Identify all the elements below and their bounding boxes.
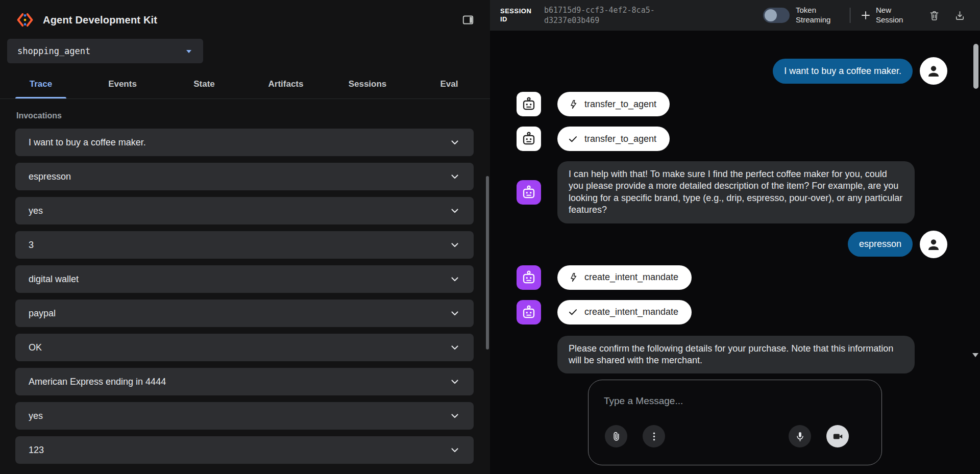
agent-selector-value: shopping_agent (17, 46, 183, 56)
bot-avatar (517, 180, 541, 205)
tab-events[interactable]: Events (82, 69, 163, 98)
agent-selector-dropdown[interactable]: shopping_agent (7, 39, 203, 63)
chevron-down-icon (449, 137, 460, 148)
chevron-down-icon (449, 376, 460, 387)
bot-message-bubble: I can help with that! To make sure I fin… (557, 161, 915, 223)
input-actions-right (789, 425, 849, 447)
person-icon (926, 237, 941, 252)
dock-right-icon (461, 13, 475, 27)
bot-avatar (517, 300, 541, 325)
check-icon (568, 134, 578, 144)
user-message-row: espresson (490, 231, 971, 258)
adk-web-app: Agent Development Kit shopping_agent Tra… (0, 0, 980, 474)
person-icon (926, 63, 941, 79)
invocation-row[interactable]: American Express ending in 4444 (15, 368, 474, 395)
bot-message-row: create_intent_mandate (490, 300, 971, 325)
invocation-label: American Express ending in 4444 (29, 377, 449, 387)
robot-icon (521, 96, 536, 112)
tab-artifacts[interactable]: Artifacts (245, 69, 327, 98)
robot-icon (521, 131, 536, 146)
microphone-button[interactable] (789, 425, 811, 447)
chevron-down-icon (449, 410, 460, 421)
bolt-icon (568, 99, 578, 110)
attach-icon (610, 431, 622, 442)
invocation-label: espresson (29, 171, 449, 182)
invocation-row[interactable]: digital wallet (15, 265, 474, 293)
bot-message-row: transfer_to_agent (490, 127, 971, 151)
invocation-row[interactable]: yes (15, 197, 474, 224)
robot-icon (521, 305, 536, 320)
robot-icon (521, 185, 536, 200)
message-input-box[interactable]: Type a Message... (588, 380, 882, 465)
tab-trace[interactable]: Trace (0, 69, 82, 98)
invocation-label: 3 (29, 240, 449, 251)
invocation-row[interactable]: 3 (15, 231, 474, 259)
session-bar: SESSION ID b61715d9-ccf3-4ef2-8ca5-d3237… (490, 0, 980, 31)
delete-session-button[interactable] (925, 6, 943, 24)
chat-area: I want to buy a coffee maker. transfer_t… (490, 31, 980, 474)
tool-name: transfer_to_agent (584, 99, 656, 110)
app-title: Agent Development Kit (43, 14, 459, 26)
token-streaming-toggle[interactable] (763, 8, 790, 23)
scroll-down-arrow-icon[interactable] (972, 353, 978, 357)
user-avatar (920, 231, 947, 258)
chat-panel: SESSION ID b61715d9-ccf3-4ef2-8ca5-d3237… (490, 0, 980, 474)
tab-eval[interactable]: Eval (408, 69, 490, 98)
left-panel-scrollbar[interactable] (486, 176, 489, 350)
bot-avatar (517, 92, 541, 116)
bot-message-row: I can help with that! To make sure I fin… (490, 161, 971, 223)
video-call-button[interactable] (826, 425, 849, 447)
message-input-placeholder: Type a Message... (604, 395, 683, 407)
user-message-bubble: espresson (848, 232, 913, 257)
plus-icon (860, 9, 872, 21)
invocation-row[interactable]: yes (15, 402, 474, 430)
chevron-down-icon (449, 444, 460, 456)
tab-state[interactable]: State (163, 69, 245, 98)
collapse-panel-button[interactable] (459, 11, 477, 29)
bot-message-bubble: Please confirm the following details for… (557, 336, 915, 374)
invocation-row[interactable]: I want to buy a coffee maker. (15, 129, 474, 156)
input-actions-left (605, 425, 665, 447)
bolt-icon (568, 272, 578, 283)
chat-scrollbar[interactable] (973, 44, 978, 89)
bot-avatar (517, 127, 541, 151)
invocation-label: 123 (29, 445, 449, 456)
invocation-label: digital wallet (29, 274, 449, 285)
tool-response-chip[interactable]: create_intent_mandate (557, 300, 692, 325)
videocam-icon (832, 431, 844, 442)
left-panel: Agent Development Kit shopping_agent Tra… (0, 0, 490, 474)
attach-file-button[interactable] (605, 425, 627, 447)
chevron-down-icon (449, 273, 460, 285)
user-message-bubble: I want to buy a coffee maker. (773, 59, 913, 84)
invocations-section-title: Invocations (16, 111, 490, 120)
left-panel-header: Agent Development Kit (0, 0, 490, 35)
avatar-spacer (517, 336, 541, 360)
more-options-button[interactable] (643, 425, 665, 447)
invocation-row[interactable]: espresson (15, 163, 474, 190)
tab-sessions[interactable]: Sessions (327, 69, 408, 98)
tool-name: create_intent_mandate (584, 272, 678, 283)
download-icon (954, 10, 966, 21)
new-session-button[interactable]: New Session (860, 6, 908, 25)
dropdown-arrow-icon (183, 45, 195, 57)
session-bar-actions: Token Streaming New Session (763, 6, 969, 25)
chevron-down-icon (449, 205, 460, 216)
tool-response-chip[interactable]: transfer_to_agent (557, 127, 670, 151)
chevron-down-icon (449, 308, 460, 319)
tool-call-chip[interactable]: transfer_to_agent (557, 92, 670, 116)
user-message-row: I want to buy a coffee maker. (490, 57, 971, 85)
mic-icon (794, 431, 806, 442)
tool-call-chip[interactable]: create_intent_mandate (557, 265, 692, 290)
bot-message-row: create_intent_mandate (490, 265, 971, 290)
download-session-button[interactable] (950, 6, 969, 24)
invocation-row[interactable]: paypal (15, 300, 474, 327)
user-avatar (920, 57, 947, 85)
chevron-down-icon (449, 342, 460, 353)
bot-message-row: transfer_to_agent (490, 92, 971, 116)
divider (850, 8, 850, 23)
tool-name: create_intent_mandate (584, 307, 678, 317)
invocation-row[interactable]: OK (15, 334, 474, 361)
message-list: I want to buy a coffee maker. transfer_t… (490, 31, 971, 474)
bot-message-row: Please confirm the following details for… (490, 336, 971, 374)
invocation-row[interactable]: 123 (15, 436, 474, 464)
